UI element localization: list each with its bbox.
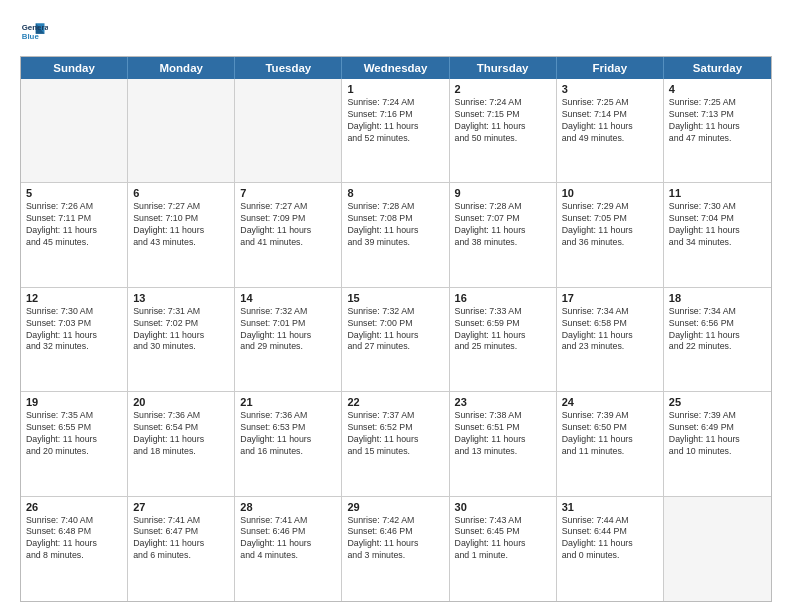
day-number: 31 — [562, 501, 658, 513]
day-number: 12 — [26, 292, 122, 304]
day-cell-28: 28Sunrise: 7:41 AM Sunset: 6:46 PM Dayli… — [235, 497, 342, 601]
day-number: 5 — [26, 187, 122, 199]
day-info: Sunrise: 7:25 AM Sunset: 7:13 PM Dayligh… — [669, 97, 766, 145]
empty-cell — [235, 79, 342, 182]
day-info: Sunrise: 7:26 AM Sunset: 7:11 PM Dayligh… — [26, 201, 122, 249]
day-cell-20: 20Sunrise: 7:36 AM Sunset: 6:54 PM Dayli… — [128, 392, 235, 495]
day-number: 7 — [240, 187, 336, 199]
day-number: 18 — [669, 292, 766, 304]
day-info: Sunrise: 7:39 AM Sunset: 6:50 PM Dayligh… — [562, 410, 658, 458]
day-cell-7: 7Sunrise: 7:27 AM Sunset: 7:09 PM Daylig… — [235, 183, 342, 286]
day-cell-8: 8Sunrise: 7:28 AM Sunset: 7:08 PM Daylig… — [342, 183, 449, 286]
logo-icon: General Blue — [20, 18, 48, 46]
day-number: 6 — [133, 187, 229, 199]
day-info: Sunrise: 7:28 AM Sunset: 7:07 PM Dayligh… — [455, 201, 551, 249]
day-number: 11 — [669, 187, 766, 199]
day-info: Sunrise: 7:38 AM Sunset: 6:51 PM Dayligh… — [455, 410, 551, 458]
day-info: Sunrise: 7:30 AM Sunset: 7:04 PM Dayligh… — [669, 201, 766, 249]
calendar-week-2: 5Sunrise: 7:26 AM Sunset: 7:11 PM Daylig… — [21, 183, 771, 287]
weekday-header-sunday: Sunday — [21, 57, 128, 79]
day-number: 10 — [562, 187, 658, 199]
day-info: Sunrise: 7:35 AM Sunset: 6:55 PM Dayligh… — [26, 410, 122, 458]
day-number: 16 — [455, 292, 551, 304]
calendar-week-5: 26Sunrise: 7:40 AM Sunset: 6:48 PM Dayli… — [21, 497, 771, 601]
svg-text:General: General — [22, 23, 48, 32]
weekday-header-monday: Monday — [128, 57, 235, 79]
calendar-body: 1Sunrise: 7:24 AM Sunset: 7:16 PM Daylig… — [21, 79, 771, 601]
day-number: 1 — [347, 83, 443, 95]
day-number: 9 — [455, 187, 551, 199]
day-info: Sunrise: 7:32 AM Sunset: 7:00 PM Dayligh… — [347, 306, 443, 354]
day-number: 20 — [133, 396, 229, 408]
calendar-week-1: 1Sunrise: 7:24 AM Sunset: 7:16 PM Daylig… — [21, 79, 771, 183]
day-number: 17 — [562, 292, 658, 304]
day-cell-24: 24Sunrise: 7:39 AM Sunset: 6:50 PM Dayli… — [557, 392, 664, 495]
day-info: Sunrise: 7:30 AM Sunset: 7:03 PM Dayligh… — [26, 306, 122, 354]
empty-cell — [664, 497, 771, 601]
day-cell-30: 30Sunrise: 7:43 AM Sunset: 6:45 PM Dayli… — [450, 497, 557, 601]
day-info: Sunrise: 7:31 AM Sunset: 7:02 PM Dayligh… — [133, 306, 229, 354]
logo: General Blue — [20, 18, 48, 46]
day-cell-3: 3Sunrise: 7:25 AM Sunset: 7:14 PM Daylig… — [557, 79, 664, 182]
calendar-header: SundayMondayTuesdayWednesdayThursdayFrid… — [21, 57, 771, 79]
day-cell-2: 2Sunrise: 7:24 AM Sunset: 7:15 PM Daylig… — [450, 79, 557, 182]
day-info: Sunrise: 7:25 AM Sunset: 7:14 PM Dayligh… — [562, 97, 658, 145]
day-cell-12: 12Sunrise: 7:30 AM Sunset: 7:03 PM Dayli… — [21, 288, 128, 391]
day-cell-23: 23Sunrise: 7:38 AM Sunset: 6:51 PM Dayli… — [450, 392, 557, 495]
day-info: Sunrise: 7:36 AM Sunset: 6:54 PM Dayligh… — [133, 410, 229, 458]
day-cell-25: 25Sunrise: 7:39 AM Sunset: 6:49 PM Dayli… — [664, 392, 771, 495]
day-info: Sunrise: 7:41 AM Sunset: 6:46 PM Dayligh… — [240, 515, 336, 563]
weekday-header-tuesday: Tuesday — [235, 57, 342, 79]
day-info: Sunrise: 7:27 AM Sunset: 7:10 PM Dayligh… — [133, 201, 229, 249]
day-number: 8 — [347, 187, 443, 199]
day-number: 2 — [455, 83, 551, 95]
day-number: 4 — [669, 83, 766, 95]
day-info: Sunrise: 7:34 AM Sunset: 6:58 PM Dayligh… — [562, 306, 658, 354]
day-number: 27 — [133, 501, 229, 513]
day-cell-6: 6Sunrise: 7:27 AM Sunset: 7:10 PM Daylig… — [128, 183, 235, 286]
page: General Blue SundayMondayTuesdayWednesda… — [0, 0, 792, 612]
day-info: Sunrise: 7:32 AM Sunset: 7:01 PM Dayligh… — [240, 306, 336, 354]
day-number: 3 — [562, 83, 658, 95]
day-cell-5: 5Sunrise: 7:26 AM Sunset: 7:11 PM Daylig… — [21, 183, 128, 286]
day-number: 21 — [240, 396, 336, 408]
day-number: 28 — [240, 501, 336, 513]
day-info: Sunrise: 7:34 AM Sunset: 6:56 PM Dayligh… — [669, 306, 766, 354]
day-info: Sunrise: 7:33 AM Sunset: 6:59 PM Dayligh… — [455, 306, 551, 354]
day-cell-27: 27Sunrise: 7:41 AM Sunset: 6:47 PM Dayli… — [128, 497, 235, 601]
day-number: 26 — [26, 501, 122, 513]
day-cell-4: 4Sunrise: 7:25 AM Sunset: 7:13 PM Daylig… — [664, 79, 771, 182]
calendar-week-3: 12Sunrise: 7:30 AM Sunset: 7:03 PM Dayli… — [21, 288, 771, 392]
day-number: 25 — [669, 396, 766, 408]
day-number: 29 — [347, 501, 443, 513]
calendar-week-4: 19Sunrise: 7:35 AM Sunset: 6:55 PM Dayli… — [21, 392, 771, 496]
day-info: Sunrise: 7:28 AM Sunset: 7:08 PM Dayligh… — [347, 201, 443, 249]
day-number: 23 — [455, 396, 551, 408]
calendar: SundayMondayTuesdayWednesdayThursdayFrid… — [20, 56, 772, 602]
weekday-header-wednesday: Wednesday — [342, 57, 449, 79]
day-cell-17: 17Sunrise: 7:34 AM Sunset: 6:58 PM Dayli… — [557, 288, 664, 391]
day-cell-31: 31Sunrise: 7:44 AM Sunset: 6:44 PM Dayli… — [557, 497, 664, 601]
day-number: 15 — [347, 292, 443, 304]
day-info: Sunrise: 7:24 AM Sunset: 7:15 PM Dayligh… — [455, 97, 551, 145]
day-info: Sunrise: 7:39 AM Sunset: 6:49 PM Dayligh… — [669, 410, 766, 458]
day-cell-14: 14Sunrise: 7:32 AM Sunset: 7:01 PM Dayli… — [235, 288, 342, 391]
day-number: 24 — [562, 396, 658, 408]
day-cell-10: 10Sunrise: 7:29 AM Sunset: 7:05 PM Dayli… — [557, 183, 664, 286]
day-number: 13 — [133, 292, 229, 304]
day-number: 19 — [26, 396, 122, 408]
day-info: Sunrise: 7:44 AM Sunset: 6:44 PM Dayligh… — [562, 515, 658, 563]
day-cell-21: 21Sunrise: 7:36 AM Sunset: 6:53 PM Dayli… — [235, 392, 342, 495]
day-info: Sunrise: 7:36 AM Sunset: 6:53 PM Dayligh… — [240, 410, 336, 458]
day-cell-26: 26Sunrise: 7:40 AM Sunset: 6:48 PM Dayli… — [21, 497, 128, 601]
day-info: Sunrise: 7:29 AM Sunset: 7:05 PM Dayligh… — [562, 201, 658, 249]
day-cell-16: 16Sunrise: 7:33 AM Sunset: 6:59 PM Dayli… — [450, 288, 557, 391]
weekday-header-saturday: Saturday — [664, 57, 771, 79]
day-cell-19: 19Sunrise: 7:35 AM Sunset: 6:55 PM Dayli… — [21, 392, 128, 495]
day-cell-11: 11Sunrise: 7:30 AM Sunset: 7:04 PM Dayli… — [664, 183, 771, 286]
day-info: Sunrise: 7:42 AM Sunset: 6:46 PM Dayligh… — [347, 515, 443, 563]
empty-cell — [128, 79, 235, 182]
day-number: 30 — [455, 501, 551, 513]
day-cell-9: 9Sunrise: 7:28 AM Sunset: 7:07 PM Daylig… — [450, 183, 557, 286]
day-number: 14 — [240, 292, 336, 304]
